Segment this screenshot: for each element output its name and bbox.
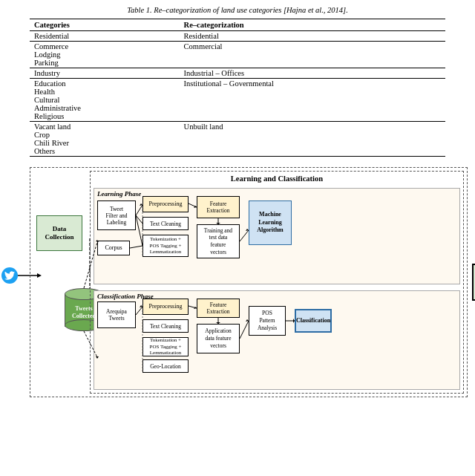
- tweet-filter-box: TweetFilter andLabeling: [97, 200, 136, 230]
- table-row: Residential Residential: [30, 31, 445, 42]
- geo-location-label: Geo-Location: [150, 363, 181, 370]
- table-row: EducationHealthCulturalAdministrativeRel…: [30, 79, 445, 122]
- preprocessing-box-learning: Preprocessing: [142, 196, 189, 212]
- feature-extraction2-label: FeatureExtraction: [206, 301, 229, 315]
- svg-line-9: [130, 246, 142, 248]
- ml-algorithm-box: MachineLearningAlgorithm: [249, 200, 292, 245]
- tokenization-box-learning: Tokenization +POS Tagging +Lemmatization: [142, 235, 189, 257]
- diagram-section: DataCollection TweetsCollected Learning …: [30, 167, 468, 397]
- preprocessing-label: Preprocessing: [149, 200, 183, 208]
- app-data-label: Applicationdata featurevectors: [205, 327, 231, 349]
- svg-line-16: [136, 307, 142, 315]
- lc-container: Learning and Classification Learning Pha…: [90, 171, 464, 394]
- category-cell: Vacant landCropChili RiverOthers: [30, 122, 180, 157]
- category-cell: Industry: [30, 68, 180, 79]
- classification-phase: Classification Phase ArequipaTweets Prep…: [94, 290, 460, 390]
- svg-line-12: [240, 230, 249, 241]
- tokenization2-label: Tokenization +POS Tagging +Lemmatization: [149, 337, 181, 356]
- svg-line-10: [189, 203, 197, 207]
- svg-line-4: [136, 205, 142, 215]
- category-cell: Residential: [30, 31, 180, 42]
- classification-box: Classification: [295, 309, 332, 333]
- table-row: Industry Industrial – Offices: [30, 68, 445, 79]
- diagram-outer: DataCollection TweetsCollected Learning …: [0, 167, 475, 397]
- pos-pattern-box: POSPatternAnalysis: [249, 306, 286, 336]
- land-use-maps-box: Land Use Maps: [472, 264, 475, 301]
- arequipa-tweets-box: ArequipaTweets: [97, 301, 136, 328]
- corpus-label: Corpus: [105, 244, 122, 252]
- feature-extraction-box-classification: FeatureExtraction: [197, 299, 240, 318]
- text-cleaning-box-classification: Text Cleaning: [142, 319, 189, 333]
- twitter-icon-area: [1, 267, 18, 284]
- feature-extraction-label: FeatureExtraction: [206, 200, 229, 214]
- svg-line-19: [189, 306, 197, 308]
- table-row: CommerceLodgingParking Commercial: [30, 42, 445, 68]
- text-cleaning2-label: Text Cleaning: [150, 323, 181, 330]
- col-header-recategorization: Re–categorization: [180, 19, 445, 31]
- recat-cell: Residential: [180, 31, 445, 42]
- app-data-box: Applicationdata featurevectors: [197, 324, 240, 353]
- recat-cell: Commercial: [180, 42, 445, 68]
- corpus-box: Corpus: [97, 241, 130, 255]
- table-caption: Table 1. Re–categorization of land use c…: [30, 6, 445, 14]
- category-cell: EducationHealthCulturalAdministrativeRel…: [30, 79, 180, 122]
- training-box: Training andtest datafeaturevectors: [197, 224, 240, 258]
- col-header-categories: Categories: [30, 19, 180, 31]
- recat-cell: Unbuilt land: [180, 122, 445, 157]
- category-cell: CommerceLodgingParking: [30, 42, 180, 68]
- table-section: Table 1. Re–categorization of land use c…: [0, 0, 475, 164]
- svg-line-23: [240, 321, 249, 339]
- data-collection-label: DataCollection: [45, 225, 74, 241]
- recat-cell: Institutional – Governmental: [180, 79, 445, 122]
- preprocessing2-label: Preprocessing: [149, 303, 183, 310]
- table-row: Vacant landCropChili RiverOthers Unbuilt…: [30, 122, 445, 157]
- data-collection-box: DataCollection: [36, 215, 82, 251]
- text-cleaning-box-learning: Text Cleaning: [142, 217, 189, 230]
- feature-extraction-box-learning: FeatureExtraction: [197, 196, 240, 218]
- text-cleaning-label: Text Cleaning: [150, 221, 181, 227]
- lc-title: Learning and Classification: [94, 175, 460, 183]
- tokenization-label: Tokenization +POS Tagging +Lemmatization: [149, 236, 181, 255]
- pos-pattern-label: POSPatternAnalysis: [258, 310, 277, 331]
- svg-line-8: [136, 215, 142, 246]
- preprocessing-box-classification: Preprocessing: [142, 299, 189, 315]
- recat-cell: Industrial – Offices: [180, 68, 445, 79]
- geo-location-box: Geo-Location: [142, 359, 189, 373]
- ml-algorithm-label: MachineLearningAlgorithm: [257, 211, 284, 234]
- classification-label: Classification: [296, 317, 330, 325]
- arequipa-tweets-label: ArequipaTweets: [106, 308, 127, 322]
- training-label: Training andtest datafeaturevectors: [204, 227, 232, 256]
- land-use-table: Categories Re–categorization Residential…: [30, 19, 445, 157]
- tweet-filter-label: TweetFilter andLabeling: [106, 206, 128, 226]
- svg-line-7: [136, 215, 142, 224]
- twitter-icon: [1, 267, 18, 284]
- tokenization-box-classification: Tokenization +POS Tagging +Lemmatization: [142, 337, 189, 356]
- learning-phase: Learning Phase TweetFilter andLabeling P…: [94, 188, 460, 284]
